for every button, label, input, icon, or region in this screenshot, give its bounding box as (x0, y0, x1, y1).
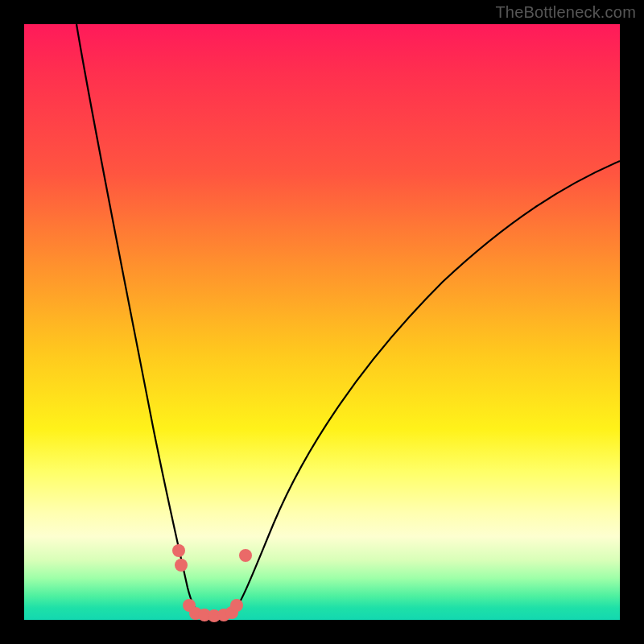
svg-point-1 (175, 559, 188, 572)
svg-point-9 (239, 549, 252, 562)
marker-cluster (172, 544, 252, 622)
plot-area (24, 24, 620, 620)
svg-point-0 (172, 544, 185, 557)
curve-left (76, 24, 201, 615)
watermark-text: TheBottleneck.com (495, 3, 636, 22)
svg-point-8 (230, 599, 243, 612)
outer-frame: TheBottleneck.com (0, 0, 644, 644)
bottleneck-curve (24, 24, 620, 620)
curve-right (232, 161, 620, 614)
